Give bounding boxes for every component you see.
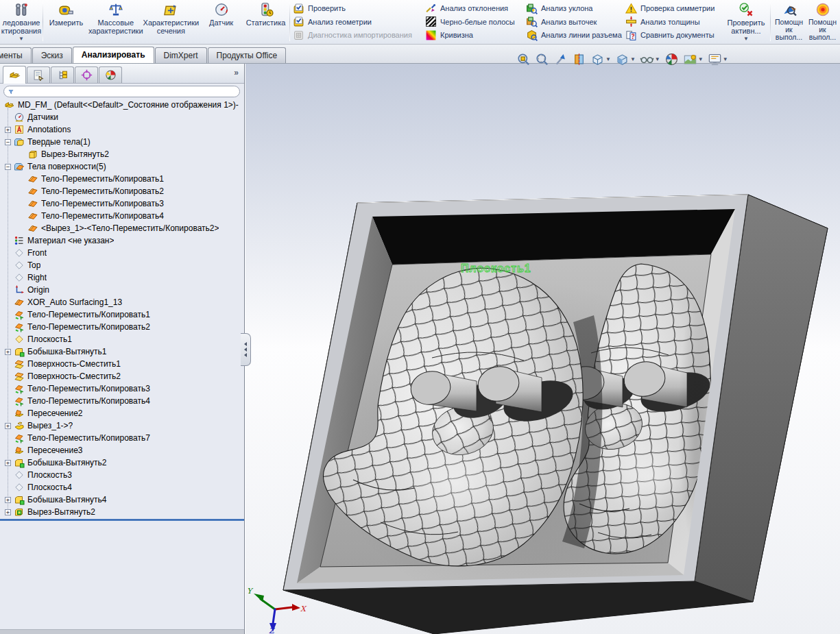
tree-item[interactable]: Тело-Переместить/Копировать1 <box>0 308 244 321</box>
ribbon-button-geometry-analysis[interactable]: Анализ геометрии <box>293 16 423 28</box>
tab-продукты-office[interactable]: Продукты Office <box>208 47 287 63</box>
ribbon-button-compare-documents[interactable]: Сравнить документы <box>625 29 722 41</box>
tree-item-label: Тело-Переместить/Копировать1 <box>27 310 150 319</box>
ribbon-group-1: ледование ктирования▼ <box>0 0 43 44</box>
ribbon-button-helper-target[interactable]: Помощн ик выпол... <box>806 0 839 44</box>
ribbon-button-undercut-analysis[interactable]: Анализ выточек <box>526 16 623 28</box>
tab-dimxpert[interactable]: DimXpert <box>155 47 207 63</box>
zoom-fit-button[interactable] <box>516 51 531 67</box>
tree-item[interactable]: Тело-Переместить/Копировать2 <box>0 321 244 333</box>
tree-item[interactable]: Поверхность-Сместить2 <box>0 370 244 382</box>
ribbon-button-measure[interactable]: Измерить <box>44 0 88 44</box>
ribbon-button-design-study[interactable]: ледование ктирования▼ <box>0 0 43 44</box>
tree-item[interactable]: Поверхность-Сместить1 <box>0 358 244 370</box>
tree-item[interactable]: +Annotations <box>0 123 244 136</box>
tree-item[interactable]: −Тела поверхности(5) <box>0 160 244 173</box>
ribbon-button-section-properties[interactable]: Характеристики сечения <box>143 0 200 44</box>
tree-filter-box[interactable] <box>3 86 240 97</box>
dropdown-arrow-icon[interactable]: ▼ <box>655 56 660 62</box>
ribbon-button-helper-magnifier[interactable]: Помощн ик выпол... <box>772 0 806 44</box>
tree-item[interactable]: −Твердые тела(1) <box>0 136 244 148</box>
tree-item[interactable]: Origin <box>0 284 244 296</box>
dropdown-arrow-icon[interactable]: ▼ <box>723 56 728 62</box>
ribbon-button-check[interactable]: Проверить <box>293 2 423 14</box>
edit-appearance-button[interactable] <box>664 51 680 67</box>
dropdown-arrow-icon[interactable]: ▼ <box>698 56 704 62</box>
apply-scene-button[interactable]: ▼ <box>682 51 704 67</box>
expand-toggle[interactable]: + <box>5 127 11 133</box>
dropdown-arrow-icon[interactable]: ▼ <box>19 36 24 42</box>
panel-tab-dimxpertmanager[interactable] <box>75 66 98 83</box>
ribbon-button-check-active[interactable]: Проверить активн...▼ <box>723 0 769 44</box>
tree-item[interactable]: Top <box>0 259 244 271</box>
dropdown-arrow-icon[interactable]: ▼ <box>630 56 636 62</box>
tree-item[interactable]: +Бобышка-Вытянуть2 <box>0 456 244 469</box>
view-settings-button[interactable]: ▼ <box>707 51 729 67</box>
tree-item[interactable]: Тело-Переместить/Копировать3 <box>0 382 244 395</box>
ribbon-button-deviation-analysis[interactable]: Анализ отклонения <box>425 2 524 14</box>
tree-item[interactable]: +Бобышка-Вытянуть4 <box>0 493 244 506</box>
panel-splitter-handle[interactable] <box>241 333 251 366</box>
expand-toggle[interactable]: − <box>5 164 11 170</box>
view-orientation-button[interactable]: ▼ <box>590 51 612 67</box>
panel-tab-overflow-chevron[interactable]: » <box>234 68 239 77</box>
expand-toggle[interactable]: − <box>5 139 11 145</box>
edit-appearance-icon <box>664 52 679 66</box>
dropdown-arrow-icon[interactable]: ▼ <box>743 36 749 42</box>
display-style-button[interactable]: ▼ <box>614 51 636 67</box>
ribbon-button-curvature[interactable]: Кривизна <box>425 29 524 41</box>
tree-item[interactable]: +Бобышка-Вытянуть1 <box>0 345 244 358</box>
tree-item[interactable]: XOR_Auto Surfacing1_13 <box>0 296 244 308</box>
previous-view-button[interactable] <box>553 51 568 67</box>
tree-item[interactable]: Пересечение3 <box>0 444 244 456</box>
tab-эскиз[interactable]: Эскиз <box>32 47 72 63</box>
ribbon-button-mass-properties[interactable]: Массовые характеристики <box>88 0 143 44</box>
tree-item[interactable]: +Вырез-Вытянуть2 <box>0 506 244 518</box>
ribbon-button-thickness-analysis[interactable]: Анализ толщины <box>625 16 722 28</box>
filter-input[interactable] <box>19 88 235 96</box>
3d-viewport-scene[interactable]: Плоскость1 X Y Z <box>245 64 840 634</box>
ribbon-button-statistics[interactable]: Статистика <box>243 0 288 44</box>
zoom-area-button[interactable] <box>534 51 550 67</box>
tree-item[interactable]: Плоскость3 <box>0 469 244 481</box>
tree-item[interactable]: Тело-Переместить/Копировать3 <box>0 197 244 210</box>
panel-tab-featuremanager[interactable] <box>3 66 26 84</box>
hide-show-items-button[interactable]: ▼ <box>639 51 661 67</box>
tab-анализировать[interactable]: Анализировать <box>73 47 154 63</box>
dropdown-arrow-icon[interactable]: ▼ <box>605 56 611 62</box>
ribbon-button-parting-line-analysis[interactable]: Анализ линии разъема <box>526 29 623 41</box>
tree-item[interactable]: Тело-Переместить/Копировать2 <box>0 185 244 197</box>
panel-tab-propertymanager[interactable] <box>27 66 50 83</box>
rollback-bar[interactable] <box>0 519 244 521</box>
expand-toggle[interactable]: + <box>5 509 11 515</box>
tree-item[interactable]: <Вырез_1>-<Тело-Переместить/Копировать2> <box>0 222 244 234</box>
tree-item[interactable]: Датчики <box>0 111 244 123</box>
tree-item[interactable]: Вырез-Вытянуть2 <box>0 148 244 160</box>
panel-tab-displaymanager[interactable] <box>99 66 122 83</box>
tree-item[interactable]: Плоскость4 <box>0 481 244 493</box>
ribbon-button-draft-analysis[interactable]: Анализ уклона <box>526 2 623 14</box>
expand-toggle[interactable]: + <box>5 460 11 466</box>
graphics-viewport[interactable]: Плоскость1 X Y Z <box>245 64 840 634</box>
expand-toggle[interactable]: + <box>5 423 11 429</box>
tree-item[interactable]: Материал <не указан> <box>0 234 244 247</box>
expand-toggle[interactable]: + <box>5 349 11 355</box>
ribbon-button-sensor[interactable]: Датчик <box>199 0 243 44</box>
expand-toggle[interactable]: + <box>5 497 11 503</box>
tree-item[interactable]: Тело-Переместить/Копировать1 <box>0 173 244 185</box>
tree-item[interactable]: Тело-Переместить/Копировать7 <box>0 432 244 444</box>
ribbon-button-zebra-stripes[interactable]: Черно-белые полосы <box>425 16 524 28</box>
ribbon-button-symmetry-check[interactable]: Проверка симметрии <box>625 2 722 14</box>
hide-show-items-icon <box>640 52 654 66</box>
tree-item[interactable]: +Вырез_1->? <box>0 419 244 432</box>
tree-item[interactable]: Right <box>0 271 244 284</box>
tree-root-item[interactable]: MD_FM_ (Default<<Default>_Состояние отоб… <box>0 99 244 111</box>
tab-менты[interactable]: менты <box>0 47 32 63</box>
tree-item[interactable]: Плоскость1 <box>0 333 244 345</box>
tree-item[interactable]: Пересечение2 <box>0 407 244 419</box>
tree-item[interactable]: Тело-Переместить/Копировать4 <box>0 210 244 222</box>
panel-tab-configurationmanager[interactable] <box>51 66 74 83</box>
tree-item[interactable]: Тело-Переместить/Копировать4 <box>0 395 244 407</box>
section-view-button[interactable] <box>571 51 587 67</box>
tree-item[interactable]: Front <box>0 247 244 259</box>
